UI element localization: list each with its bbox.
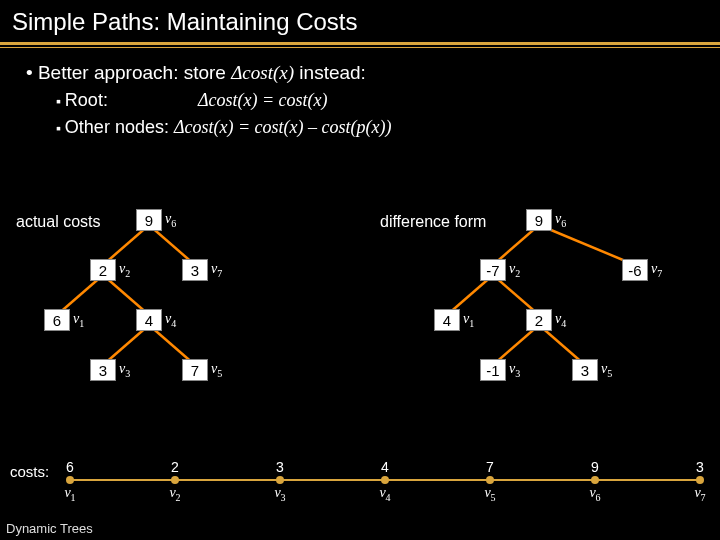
- sub-root-eq-rhs: cost(x): [279, 90, 328, 110]
- left-label-v2: v2: [119, 261, 130, 279]
- left-node-v7: 3: [182, 259, 208, 281]
- svg-point-16: [381, 476, 389, 484]
- left-caption: actual costs: [16, 213, 100, 231]
- costs-row: costs: 6v12v23v34v47v59v63v7: [0, 455, 720, 515]
- content-area: Better approach: store Δcost(x) instead:…: [0, 48, 720, 138]
- svg-point-15: [276, 476, 284, 484]
- cost-label-1: v1: [55, 485, 85, 503]
- cost-label-2: v2: [160, 485, 190, 503]
- bullet-text-2: instead:: [294, 62, 366, 83]
- svg-point-17: [486, 476, 494, 484]
- right-node-v7: -6: [622, 259, 648, 281]
- cost-value-5: 7: [475, 459, 505, 475]
- right-label-v5: v5: [601, 361, 612, 379]
- left-node-v4: 4: [136, 309, 162, 331]
- right-node-v2: -7: [480, 259, 506, 281]
- cost-label-4: v4: [370, 485, 400, 503]
- cost-value-2: 2: [160, 459, 190, 475]
- tree-edges: [0, 195, 720, 455]
- right-node-v5: 3: [572, 359, 598, 381]
- footer-text: Dynamic Trees: [6, 521, 93, 536]
- right-node-v3: -1: [480, 359, 506, 381]
- page-title: Simple Paths: Maintaining Costs: [0, 0, 720, 42]
- svg-point-13: [66, 476, 74, 484]
- cost-label-3: v3: [265, 485, 295, 503]
- right-label-v3: v3: [509, 361, 520, 379]
- right-label-v6: v6: [555, 211, 566, 229]
- dcost-term: Δcost(x): [231, 62, 294, 83]
- cost-value-3: 3: [265, 459, 295, 475]
- left-label-v4: v4: [165, 311, 176, 329]
- costs-line: [0, 455, 720, 515]
- right-label-v7: v7: [651, 261, 662, 279]
- left-label-v3: v3: [119, 361, 130, 379]
- bullet-main: Better approach: store Δcost(x) instead:…: [0, 62, 720, 138]
- left-label-v7: v7: [211, 261, 222, 279]
- cost-value-7: 3: [685, 459, 715, 475]
- cost-label-6: v6: [580, 485, 610, 503]
- cost-value-6: 9: [580, 459, 610, 475]
- sub-root-label: Root:: [65, 90, 108, 110]
- right-caption: difference form: [380, 213, 486, 231]
- svg-point-19: [696, 476, 704, 484]
- left-node-v2: 2: [90, 259, 116, 281]
- sub-other: Other nodes: Δcost(x) = cost(x) – cost(p…: [26, 117, 720, 138]
- left-node-v1: 6: [44, 309, 70, 331]
- left-label-v6: v6: [165, 211, 176, 229]
- svg-point-14: [171, 476, 179, 484]
- divider-thick: [0, 42, 720, 45]
- left-node-v6: 9: [136, 209, 162, 231]
- right-label-v2: v2: [509, 261, 520, 279]
- sub-root-eq-lhs: Δcost(x) =: [198, 90, 279, 110]
- left-label-v5: v5: [211, 361, 222, 379]
- sub-other-label: Other nodes:: [65, 117, 174, 137]
- left-node-v5: 7: [182, 359, 208, 381]
- right-label-v1: v1: [463, 311, 474, 329]
- svg-line-7: [539, 225, 635, 265]
- cost-value-4: 4: [370, 459, 400, 475]
- left-label-v1: v1: [73, 311, 84, 329]
- diagram-stage: actual costs difference form 9 v6 2 v2 3…: [0, 195, 720, 455]
- right-label-v4: v4: [555, 311, 566, 329]
- cost-value-1: 6: [55, 459, 85, 475]
- right-node-v6: 9: [526, 209, 552, 231]
- sub-root: Root: Δcost(x) = cost(x): [26, 90, 720, 111]
- bullet-text-1: Better approach: store: [38, 62, 231, 83]
- left-node-v3: 3: [90, 359, 116, 381]
- sub-other-eq: Δcost(x) = cost(x) – cost(p(x)): [174, 117, 392, 137]
- svg-point-18: [591, 476, 599, 484]
- right-node-v4: 2: [526, 309, 552, 331]
- cost-label-7: v7: [685, 485, 715, 503]
- cost-label-5: v5: [475, 485, 505, 503]
- right-node-v1: 4: [434, 309, 460, 331]
